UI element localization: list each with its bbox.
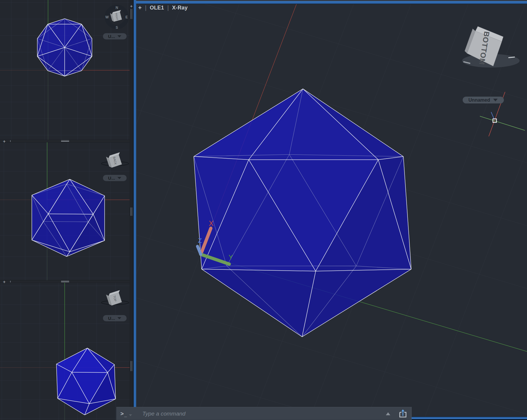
application-window: X Y Z BOTTOM Unnamed + | OLE1 | X-Ray <box>0 0 527 420</box>
main-viewcube[interactable]: BOTTOM <box>457 21 527 68</box>
ucs-z-axis-icon <box>198 246 201 254</box>
icosahedron-model <box>37 19 92 76</box>
viewport-name-control[interactable]: OLE1 <box>150 5 164 11</box>
ucs-gizmo-icon: X Y Z <box>178 207 255 273</box>
active-viewport-border <box>412 416 527 420</box>
expand-history-icon[interactable] <box>386 412 390 415</box>
add-viewport-button[interactable]: + <box>3 279 6 284</box>
cursor-z-line-icon <box>491 112 494 119</box>
splitter-grip-icon[interactable] <box>130 361 133 371</box>
compass-north-label[interactable]: N <box>116 6 118 10</box>
ucs-x-label: X <box>209 219 214 227</box>
splitter-grip-icon[interactable] <box>61 140 69 142</box>
viewport-3-viewcube-menu[interactable]: U... <box>103 315 127 321</box>
command-options-chevron-icon[interactable] <box>129 414 132 416</box>
splitter-grip-icon[interactable] <box>61 281 69 282</box>
viewport-3-viewcube[interactable]: TOP <box>100 287 130 310</box>
icosahedron-model <box>32 179 104 256</box>
compass-south-label[interactable]: S <box>116 25 118 30</box>
share-icon[interactable] <box>398 409 407 418</box>
viewport-2-viewcube-menu[interactable]: U... <box>103 175 127 181</box>
viewport-1-viewcube[interactable]: N E S W RIGHT <box>103 3 131 31</box>
ucs-y-label: Y <box>229 253 233 261</box>
chevron-down-icon <box>117 177 122 179</box>
cursor-y-line-icon <box>480 116 525 130</box>
splitter-tick-icon <box>10 281 11 282</box>
ucs-x-axis-icon <box>201 228 211 254</box>
viewport-2-viewcube[interactable]: BACK <box>100 148 130 172</box>
active-viewport-border <box>133 0 136 420</box>
splitter-grip-icon[interactable] <box>130 207 133 216</box>
viewcube-menu-label: U... <box>108 175 115 181</box>
view-name-dropdown[interactable]: Unnamed <box>463 97 504 103</box>
command-prompt: > <box>120 411 124 417</box>
splitter-tick-icon <box>10 140 11 142</box>
separator: | <box>167 4 169 11</box>
command-input[interactable]: Type a command <box>142 411 386 417</box>
horizontal-splitter[interactable]: + <box>0 140 130 142</box>
chevron-down-icon <box>493 98 498 102</box>
visual-style-control[interactable]: X-Ray <box>172 5 188 11</box>
command-bar[interactable]: > _ Type a command <box>116 407 412 420</box>
horizontal-splitter[interactable]: + <box>0 280 130 283</box>
ucs-z-label: Z <box>198 237 202 244</box>
compass-east-label[interactable]: E <box>125 15 128 19</box>
compass-west-label[interactable]: W <box>105 15 109 19</box>
active-viewport-border <box>133 0 527 4</box>
viewport-controls: + | OLE1 | X-Ray <box>138 4 188 12</box>
splitter-grip-icon[interactable] <box>130 9 133 19</box>
viewcube-menu-label: U... <box>108 33 115 39</box>
chevron-down-icon <box>117 317 122 320</box>
viewport-1-viewcube-menu[interactable]: U... <box>103 33 127 39</box>
add-viewport-button[interactable]: + <box>129 4 134 9</box>
ucs-y-axis-icon <box>201 254 229 264</box>
add-viewport-button[interactable]: + <box>3 139 6 144</box>
view-name-label: Unnamed <box>469 98 490 103</box>
viewport-plus-control[interactable]: + <box>138 4 142 11</box>
viewcube-menu-label: U... <box>108 315 115 321</box>
command-caret: _ <box>124 412 127 418</box>
separator: | <box>145 4 147 11</box>
chevron-down-icon <box>117 35 122 38</box>
